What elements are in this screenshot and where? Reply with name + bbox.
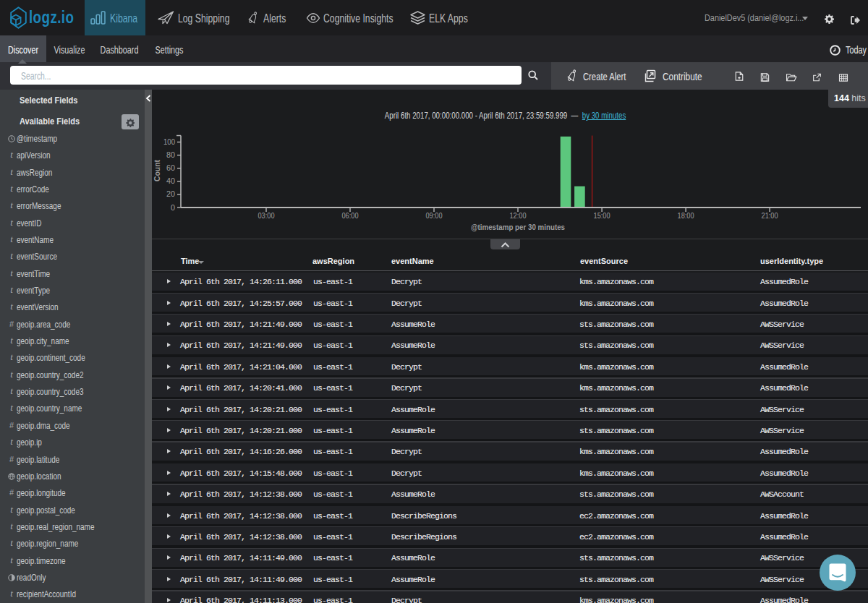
svg-text:Count: Count (153, 160, 161, 181)
svg-text:12:00: 12:00 (510, 211, 527, 220)
svg-text:60: 60 (166, 163, 175, 172)
svg-text:15:00: 15:00 (594, 211, 610, 220)
svg-text:20: 20 (166, 189, 175, 198)
svg-text:100: 100 (163, 137, 175, 146)
svg-text:18:00: 18:00 (678, 211, 694, 220)
svg-text:03:00: 03:00 (258, 211, 275, 220)
svg-text:21:00: 21:00 (762, 211, 778, 220)
svg-text:06:00: 06:00 (342, 211, 359, 220)
svg-text:80: 80 (166, 150, 175, 159)
svg-text:@timestamp per 30 minutes: @timestamp per 30 minutes (471, 223, 565, 231)
svg-text:40: 40 (166, 176, 175, 185)
svg-text:09:00: 09:00 (426, 211, 443, 220)
svg-text:0: 0 (171, 203, 175, 212)
